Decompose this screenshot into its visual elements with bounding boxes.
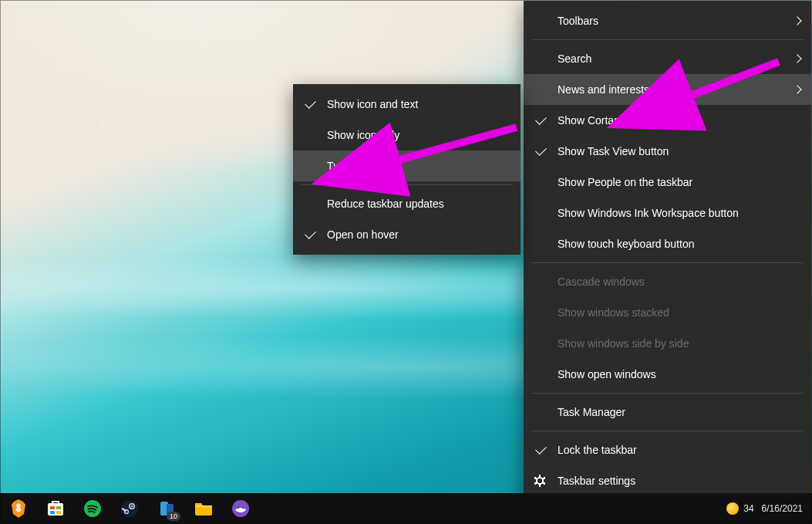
desktop: Toolbars Search News and interests Show …	[0, 0, 812, 524]
screenshot-frame	[0, 0, 812, 524]
